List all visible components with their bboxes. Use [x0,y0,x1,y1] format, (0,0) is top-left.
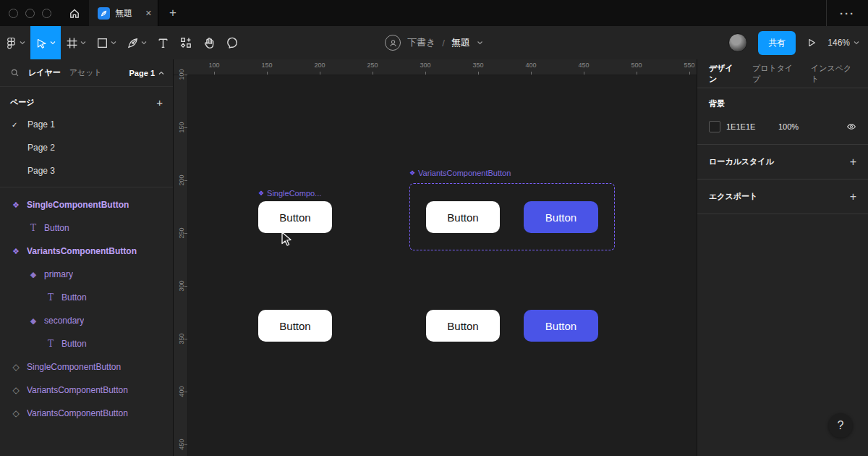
page-selector[interactable]: Page 1 [129,69,164,77]
left-sidebar: レイヤー アセット Page 1 ページ + ✓Page 1Page 2Page… [0,59,174,456]
layer-row[interactable]: ❖SingleComponentButton [0,193,173,216]
chevron-down-icon[interactable] [477,41,483,45]
ruler-tick-label: 250 [367,62,378,69]
main-menu-button[interactable] [0,26,30,59]
comment-tool-button[interactable] [221,26,244,59]
canvas-button[interactable]: Button [258,201,332,233]
component-label[interactable]: ❖VariantsComponentButton [409,169,511,177]
present-button[interactable] [807,38,817,48]
toolbar: 下書き / 無題 共有 146% [0,26,868,59]
canvas-button[interactable]: Button [426,310,500,342]
canvas[interactable]: ❖SingleCompo...❖VariantsComponentButtonB… [174,59,697,456]
variant-icon: ◆ [27,270,39,279]
visibility-eye-icon[interactable] [846,122,856,132]
layer-name: VariantsComponentButton [27,408,128,418]
ruler-tick-label: 400 [525,62,536,69]
rectangle-icon [96,37,109,49]
layer-row[interactable]: ◇VariantsComponentButton [0,402,173,425]
tab-inspect[interactable]: インスペクト [811,63,856,85]
ruler-tick [184,233,187,234]
page-item[interactable]: ✓Page 1 [0,113,173,136]
breadcrumb: 下書き / 無題 [385,26,483,59]
layer-row[interactable]: ◆primary [0,263,173,286]
page-item[interactable]: Page 2 [0,136,173,159]
layer-row[interactable]: ◇VariantsComponentButton [0,379,173,402]
shape-tool-button[interactable] [91,26,122,59]
export-section: エクスポート + [697,180,868,214]
tab-assets[interactable]: アセット [69,67,102,78]
layer-row[interactable]: ◇SingleComponentButton [0,355,173,379]
tab-design[interactable]: デザイン [709,63,739,85]
window-close-icon[interactable] [9,9,18,18]
tab-close-icon[interactable]: ✕ [145,9,152,18]
user-avatar[interactable] [728,33,747,52]
text-icon [157,37,169,49]
pages-list: ✓Page 1Page 2Page 3 [0,113,173,182]
ruler-tick [373,72,373,75]
canvas-button[interactable]: Button [426,201,500,233]
new-tab-button[interactable]: + [158,0,187,26]
layer-name: secondary [44,316,84,326]
text-icon: T [27,223,39,233]
zoom-menu[interactable]: 146% [827,38,859,48]
help-button[interactable]: ? [828,413,853,438]
background-hex-field[interactable]: 1E1E1E [726,122,778,131]
file-tab[interactable]: 無題 ✕ [89,0,158,26]
instance-icon: ◇ [10,362,22,372]
add-style-button[interactable]: + [850,156,856,169]
ruler-tick-label: 150 [261,62,272,69]
pen-tool-button[interactable] [122,26,152,59]
layer-row[interactable]: TButton [0,286,173,309]
component-label[interactable]: ❖SingleCompo... [258,189,321,198]
check-icon: ✓ [12,121,27,129]
add-page-button[interactable]: + [156,96,163,109]
ruler-tick [214,72,215,75]
color-swatch[interactable] [709,121,720,132]
pen-icon [127,37,139,49]
search-icon[interactable] [10,68,20,77]
viewer-avatar-icon [385,35,401,51]
layer-name: Button [44,223,69,233]
ruler-tick [689,72,690,75]
breadcrumb-file-name[interactable]: 無題 [451,36,470,49]
share-button[interactable]: 共有 [758,31,796,55]
move-tool-button[interactable] [30,26,61,59]
text-tool-button[interactable] [152,26,174,59]
canvas-button[interactable]: Button [258,310,332,342]
canvas-button[interactable]: Button [524,201,598,233]
figma-logo-icon [5,37,17,49]
background-section-title: 背景 [709,98,856,109]
background-opacity-field[interactable]: 100% [778,122,799,131]
layer-row[interactable]: ❖VariantsComponentButton [0,240,173,263]
window-maximize-icon[interactable] [42,9,51,18]
hand-tool-button[interactable] [197,26,221,59]
layer-row[interactable]: ◆secondary [0,309,173,332]
comment-icon [226,36,239,49]
page-item[interactable]: Page 3 [0,159,173,182]
window-menu-button[interactable]: ··· [840,7,855,20]
canvas-button[interactable]: Button [524,310,598,342]
frame-tool-button[interactable] [61,26,91,59]
resources-tool-button[interactable] [174,26,197,59]
ruler-tick [184,339,187,339]
text-icon: T [45,339,56,349]
window-minimize-icon[interactable] [25,9,35,18]
chevron-down-icon [20,41,25,45]
chevron-down-icon [854,41,859,45]
breadcrumb-folder[interactable]: 下書き [407,36,435,49]
tab-layers[interactable]: レイヤー [28,67,61,78]
layer-name: primary [44,269,73,279]
add-export-button[interactable]: + [850,190,856,203]
ruler-tick [584,72,584,75]
layer-row[interactable]: TButton [0,332,173,355]
window-controls[interactable] [0,0,60,26]
home-tab-button[interactable] [60,0,89,26]
layer-name: VariantsComponentButton [27,385,128,395]
ruler-tick-label: 450 [578,62,589,69]
ruler-tick-label: 100 [208,62,219,69]
layer-row[interactable]: TButton [0,216,173,240]
tab-prototype[interactable]: プロトタイプ [752,63,798,85]
chevron-up-icon [158,71,164,75]
layer-name: SingleComponentButton [27,362,121,372]
instance-icon: ◇ [10,385,22,395]
